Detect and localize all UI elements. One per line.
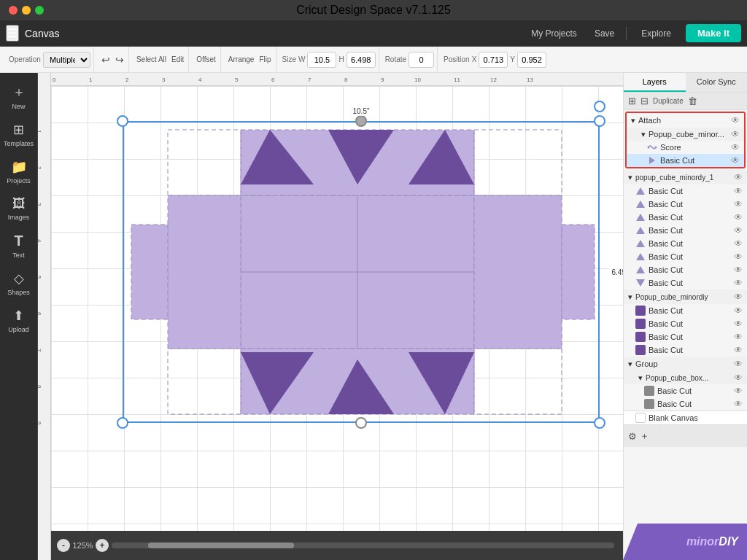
layer-item-bc1[interactable]: Basic Cut 👁: [624, 184, 747, 198]
sidebar-item-projects[interactable]: 📁 Projects: [0, 155, 37, 189]
layer-item-bc14[interactable]: Basic Cut 👁: [624, 397, 747, 411]
minordiy2-label: Popup_cube_minordiy: [635, 293, 731, 301]
close-button[interactable]: [9, 6, 18, 15]
sidebar-item-templates[interactable]: ⊞ Templates: [0, 117, 37, 152]
lock-handle[interactable]: [355, 417, 367, 429]
group-header[interactable]: ▾ Group 👁: [624, 357, 747, 371]
layer-item-bc8[interactable]: Basic Cut 👁: [624, 276, 747, 289]
rotate-input[interactable]: [409, 52, 434, 68]
layer-item-bc4[interactable]: Basic Cut 👁: [624, 224, 747, 237]
maximize-button[interactable]: [35, 6, 44, 15]
tab-layers[interactable]: Layers: [624, 73, 686, 92]
bc9-eye[interactable]: 👁: [734, 306, 743, 316]
flip-button[interactable]: Flip: [258, 54, 272, 65]
operation-select[interactable]: Multiple: [43, 52, 90, 68]
bc5-eye[interactable]: 👁: [734, 238, 743, 249]
layer-item-score[interactable]: Score 👁: [627, 141, 744, 154]
layers-bottom-btn[interactable]: ⚙: [627, 428, 638, 444]
scale-handle-tl[interactable]: [117, 115, 128, 127]
canvas-grid[interactable]: 10.5" 6.498": [51, 86, 623, 531]
arrange-button[interactable]: Arrange: [227, 54, 256, 65]
bc7-eye[interactable]: 👁: [734, 265, 743, 275]
layers-list[interactable]: ▾ Attach 👁 ▾ Popup_cube_minor... 👁: [624, 110, 747, 560]
sidebar-item-new[interactable]: ＋ New: [0, 79, 37, 114]
width-input[interactable]: [307, 52, 336, 68]
offset-button[interactable]: Offset: [195, 54, 217, 65]
popup-cube-minor-header[interactable]: ▾ Popup_cube_minor... 👁: [627, 128, 744, 141]
attach-eye-icon[interactable]: 👁: [731, 115, 740, 125]
scale-handle-br[interactable]: [594, 417, 605, 429]
bottom-scrollbar[interactable]: - 125% +: [51, 531, 623, 560]
basic-cut-attach-eye[interactable]: 👁: [731, 155, 740, 166]
layers-delete-button[interactable]: 🗑: [686, 94, 699, 108]
x-input[interactable]: [479, 52, 508, 68]
layer-item-bc2[interactable]: Basic Cut 👁: [624, 198, 747, 211]
zoom-in-button[interactable]: +: [96, 539, 109, 552]
attach-group-header[interactable]: ▾ Attach 👁: [627, 113, 744, 128]
save-button[interactable]: Save: [589, 26, 620, 42]
bc14-eye[interactable]: 👁: [734, 399, 743, 409]
height-input[interactable]: [347, 52, 376, 68]
score-eye-icon[interactable]: 👁: [731, 142, 740, 152]
minordiy2-eye[interactable]: 👁: [734, 292, 743, 302]
bc1-eye[interactable]: 👁: [734, 186, 743, 196]
layers-ungroup-button[interactable]: ⊟: [639, 94, 650, 108]
scale-handle-tr[interactable]: [594, 115, 605, 127]
bc11-eye[interactable]: 👁: [734, 332, 743, 342]
redo-button[interactable]: ↪: [114, 52, 125, 67]
bc3-eye[interactable]: 👁: [734, 212, 743, 222]
bc8-eye[interactable]: 👁: [734, 278, 743, 288]
scale-handle-bl[interactable]: [117, 417, 128, 429]
blank-canvas-item[interactable]: Blank Canvas: [624, 411, 747, 424]
design-container[interactable]: 10.5" 6.498": [124, 122, 598, 421]
layers-group-button[interactable]: ⊞: [627, 94, 638, 108]
y-input[interactable]: [517, 52, 546, 68]
group-eye[interactable]: 👁: [734, 359, 743, 369]
layers-add-btn[interactable]: ＋: [638, 428, 651, 444]
layer-item-bc13[interactable]: Basic Cut 👁: [624, 384, 747, 397]
bc10-label: Basic Cut: [649, 319, 731, 328]
layer-item-basic-cut-attach[interactable]: Basic Cut 👁: [627, 154, 744, 167]
layer-item-bc9[interactable]: Basic Cut 👁: [624, 304, 747, 317]
bc12-eye[interactable]: 👁: [734, 345, 743, 355]
sidebar-item-text[interactable]: T Text: [0, 228, 37, 263]
bc2-eye[interactable]: 👁: [734, 199, 743, 209]
scroll-thumb[interactable]: [148, 542, 294, 548]
rotate-handle[interactable]: [594, 101, 605, 112]
layer-item-bc7[interactable]: Basic Cut 👁: [624, 263, 747, 276]
canvas-area[interactable]: 0 1 2 3 4 5 6 7 8 9 10 11 12 13: [38, 73, 623, 560]
bc6-eye[interactable]: 👁: [734, 252, 743, 262]
select-all-button[interactable]: Select All: [135, 54, 168, 65]
layer-item-bc11[interactable]: Basic Cut 👁: [624, 330, 747, 343]
popup-cube-minordiy2-header[interactable]: ▾ Popup_cube_minordiy 👁: [624, 289, 747, 304]
make-it-button[interactable]: Make It: [686, 24, 741, 42]
layer-item-bc3[interactable]: Basic Cut 👁: [624, 211, 747, 224]
layer-item-bc6[interactable]: Basic Cut 👁: [624, 250, 747, 263]
delete-handle[interactable]: [355, 115, 367, 127]
minordiy1-eye[interactable]: 👁: [734, 172, 743, 182]
layers-duplicate-button[interactable]: Duplicate: [651, 96, 685, 106]
edit-button[interactable]: Edit: [170, 54, 185, 65]
sidebar-item-shapes[interactable]: ◇ Shapes: [0, 266, 37, 300]
design-svg[interactable]: [124, 122, 598, 421]
minimize-button[interactable]: [22, 6, 31, 15]
popup-cube-minordiy1-header[interactable]: ▾ popup_cube_minordy_1 👁: [624, 170, 747, 184]
bc4-eye[interactable]: 👁: [734, 225, 743, 236]
layer-item-bc10[interactable]: Basic Cut 👁: [624, 317, 747, 330]
bc13-eye[interactable]: 👁: [734, 386, 743, 396]
zoom-out-button[interactable]: -: [57, 539, 70, 552]
undo-button[interactable]: ↩: [100, 52, 112, 67]
my-projects-button[interactable]: My Projects: [525, 26, 583, 42]
popup-cube-minor-eye[interactable]: 👁: [731, 129, 740, 139]
bc10-eye[interactable]: 👁: [734, 319, 743, 329]
menu-button[interactable]: ☰: [6, 25, 19, 42]
sidebar-item-images[interactable]: 🖼 Images: [0, 192, 37, 225]
sidebar-item-upload[interactable]: ⬆ Upload: [0, 303, 37, 338]
popup-cube-box-header[interactable]: ▾ Popup_cube_box... 👁: [624, 371, 747, 384]
scroll-track[interactable]: [112, 542, 614, 548]
popup-cube-box-eye[interactable]: 👁: [734, 373, 743, 383]
tab-color-sync[interactable]: Color Sync: [686, 73, 748, 92]
layer-item-bc12[interactable]: Basic Cut 👁: [624, 343, 747, 357]
explore-button[interactable]: Explore: [632, 26, 680, 42]
layer-item-bc5[interactable]: Basic Cut 👁: [624, 237, 747, 250]
